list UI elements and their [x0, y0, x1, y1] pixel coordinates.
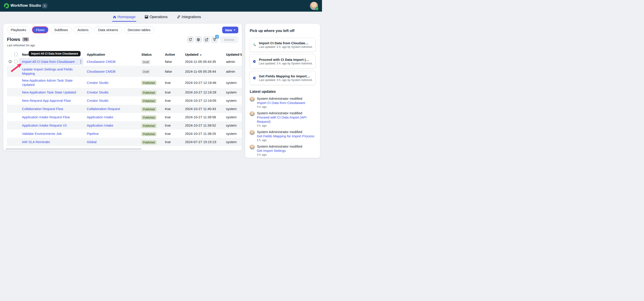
pickup-card[interactable]: Proceed with CI Data Import (… Last upda… — [250, 54, 316, 68]
new-button[interactable]: New — [222, 27, 238, 33]
filter-pill[interactable]: Flows — [32, 26, 48, 33]
pickup-card-title: Import CI Data from Cloudaw… — [259, 41, 312, 45]
updated-by-value: system — [222, 90, 242, 94]
updated-by-value: system — [222, 123, 242, 127]
pickup-card-title: Get Fields Mapping for Import… — [259, 74, 312, 78]
status-badge: Published — [142, 107, 156, 111]
status-badge: Published — [142, 81, 156, 85]
settings-button[interactable] — [195, 36, 202, 43]
refresh-button[interactable] — [187, 36, 194, 43]
flow-name-link[interactable]: New Application Task State Updated — [22, 90, 76, 94]
status-badge: Published — [142, 124, 156, 128]
app-title: Workflow Studio — [10, 3, 41, 8]
select-all-checkbox[interactable] — [14, 53, 18, 56]
status-badge: Draft — [142, 60, 150, 64]
filter-pill[interactable]: Playbooks — [7, 26, 30, 33]
filter-button[interactable]: 4 — [211, 36, 218, 43]
application-link[interactable]: Pipeline — [87, 132, 99, 136]
pickup-card-subtitle: Last updated: 3 h. ago by System Adminis… — [259, 78, 312, 82]
active-value: false — [161, 69, 182, 73]
update-flow-link[interactable]: Proceed with CI Data Import (API Request… — [257, 115, 316, 124]
update-item: System Administrator modified Get Import… — [250, 144, 316, 150]
export-button[interactable] — [203, 36, 210, 43]
pickup-card-subtitle: Last updated: 3 h. ago by System Adminis… — [259, 62, 312, 65]
updated-by-value: admin — [222, 60, 242, 63]
flow-node-icon — [253, 42, 256, 48]
column-header-updated[interactable]: Updated — [182, 52, 222, 56]
application-link[interactable]: Global — [87, 140, 96, 144]
filter-pill[interactable]: Decision tables — [124, 26, 154, 33]
flow-name-link[interactable]: New Request App Approval Flow — [22, 99, 71, 102]
workflow-studio-logo-icon — [4, 3, 9, 8]
pickup-card[interactable]: Import CI Data from Cloudaw… Last update… — [250, 38, 316, 52]
flow-name-link[interactable]: Application Intake Request V2 — [22, 123, 67, 127]
flow-name-link[interactable]: Validate Environments Job — [22, 132, 62, 136]
column-header-active[interactable]: Active — [161, 52, 182, 56]
application-link[interactable]: Cloudaware CMDB — [87, 69, 116, 73]
application-link[interactable]: Application Intake — [87, 123, 113, 127]
status-badge: Published — [142, 140, 156, 144]
application-link[interactable]: Cloudaware CMDB — [87, 60, 116, 63]
application-link[interactable]: Creator Studio — [87, 90, 108, 94]
application-link[interactable]: Collaboration Request — [87, 107, 120, 111]
update-timestamp: 3 h. ago — [257, 124, 316, 127]
page-title: Flows — [7, 37, 20, 42]
column-header-application[interactable]: Application — [83, 52, 138, 56]
flow-name-link[interactable]: Collaboration Request Flow — [22, 107, 63, 111]
flows-table: Name Application Status Active Updated U… — [7, 51, 242, 146]
home-icon — [113, 15, 116, 18]
column-header-status[interactable]: Status — [138, 52, 161, 56]
updated-value: 2024-10-27 11:39:52 — [182, 123, 222, 127]
count-badge: 70 — [22, 37, 29, 41]
application-link[interactable]: Creator Studio — [87, 99, 108, 102]
tab-integrations[interactable]: Integrations — [176, 14, 202, 22]
row-checkbox[interactable] — [14, 60, 18, 63]
table-row: Import All CI Data from Cloudaware Cloud… — [7, 57, 242, 66]
flow-name-link[interactable]: New Application Admin Task State Updated — [22, 78, 73, 86]
pickup-cards: Import CI Data from Cloudaw… Last update… — [250, 38, 316, 85]
flow-name-link[interactable]: Application Intake Request Flow — [22, 115, 70, 119]
flow-name-link[interactable]: Import All CI Data from Cloudaware — [22, 60, 75, 63]
online-status-icon: ✓ — [315, 7, 318, 10]
pickup-card-subtitle: Last updated: 3 h. ago by System Adminis… — [259, 45, 312, 48]
active-value: true — [161, 107, 182, 111]
table-row: New Request App Approval Flow Creator St… — [7, 96, 242, 105]
avatar — [250, 97, 255, 102]
update-flow-link[interactable]: Get Fields Mapping for Import Process — [257, 134, 314, 138]
filter-pill[interactable]: Subflows — [50, 26, 72, 33]
latest-updates-list: System Administrator modified Import CI … — [250, 96, 316, 150]
update-flow-link[interactable]: Import CI Data from Cloudaware — [257, 101, 305, 105]
column-header-updated-by[interactable]: Updated by — [222, 52, 242, 56]
update-item: System Administrator modified Get Fields… — [250, 130, 316, 142]
top-navbar: Workflow Studio + ✓ — [0, 0, 322, 12]
tab-operations[interactable]: Operations — [144, 14, 168, 22]
updated-by-value: system — [222, 107, 242, 111]
update-actor-text: System Administrator modified — [257, 96, 305, 101]
tab-label: Integrations — [182, 15, 201, 19]
table-row: IAR SLA Reminder Global Published true 2… — [7, 138, 242, 146]
gear-icon — [196, 38, 200, 42]
delete-button[interactable]: Delete — [220, 36, 238, 43]
info-icon[interactable] — [8, 60, 12, 63]
table-row: Update Import Settings and Fields Mappin… — [7, 66, 242, 77]
share-export-icon — [205, 38, 208, 41]
flow-name-link[interactable]: Update Import Settings and Fields Mappin… — [22, 67, 73, 75]
flow-name-link[interactable]: IAR SLA Reminder — [22, 140, 50, 144]
filter-pill[interactable]: Data streams — [94, 26, 122, 33]
application-link[interactable]: Creator Studio — [87, 81, 108, 84]
horizontal-scrollbar[interactable] — [6, 148, 240, 150]
add-tab-button[interactable]: + — [42, 3, 47, 8]
updated-by-value: admin — [222, 69, 242, 73]
filter-pill[interactable]: Actions — [74, 26, 92, 33]
flow-export-icon — [253, 75, 256, 81]
user-avatar[interactable]: ✓ — [310, 2, 318, 10]
tab-homepage[interactable]: Homepage — [112, 14, 136, 22]
pickup-card[interactable]: Get Fields Mapping for Import… Last upda… — [250, 71, 316, 85]
operations-chart-icon — [145, 15, 148, 18]
status-badge: Published — [142, 115, 156, 120]
application-link[interactable]: Application Intake — [87, 115, 113, 119]
active-value: true — [161, 90, 182, 94]
update-flow-link[interactable]: Get Import Settings — [257, 148, 302, 150]
flow-export-icon — [253, 58, 256, 65]
kebab-menu-icon[interactable] — [80, 60, 81, 63]
